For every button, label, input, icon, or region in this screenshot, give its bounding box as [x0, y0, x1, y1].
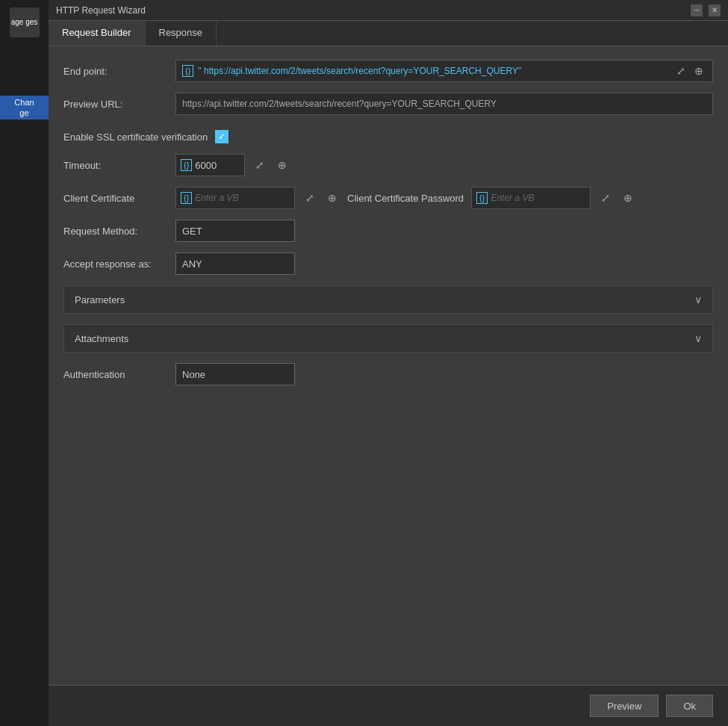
timeout-expand-button[interactable]: ⤢ [252, 158, 267, 173]
tab-response[interactable]: Response [146, 21, 217, 46]
endpoint-field[interactable]: {} " https://api.twitter.com/2/tweets/se… [175, 60, 713, 82]
cert-placeholder: Enter a VB [195, 193, 238, 203]
endpoint-add-button[interactable]: ⊕ [691, 63, 706, 78]
cert-password-expand-button[interactable]: ⤢ [598, 190, 613, 205]
minimize-button[interactable]: ─ [691, 4, 703, 16]
timeout-input[interactable] [195, 160, 240, 171]
cert-password-placeholder: Enter a VB [491, 193, 534, 203]
left-panel-icon1[interactable]: age ges [10, 7, 40, 37]
cert-password-label: Client Certificate Password [347, 193, 464, 204]
request-method-label: Request Method: [63, 226, 168, 237]
ok-button[interactable]: Ok [666, 695, 713, 717]
parameters-chevron-icon: ∨ [694, 294, 702, 305]
cert-row: Client Certificate {} Enter a VB ⤢ ⊕ Cli… [63, 187, 713, 209]
preview-url-row: Preview URL: https://api.twitter.com/2/t… [63, 93, 713, 115]
dialog-title: HTTP Request Wizard [56, 5, 146, 16]
endpoint-badge: {} [182, 65, 193, 77]
accept-response-label: Accept response as: [63, 258, 168, 270]
attachments-section-header[interactable]: Attachments ∨ [63, 324, 713, 353]
parameters-section-header[interactable]: Parameters ∨ [63, 285, 713, 314]
title-bar: HTTP Request Wizard ─ ✕ [49, 0, 728, 21]
endpoint-label: End point: [63, 66, 168, 77]
cert-add-button[interactable]: ⊕ [325, 190, 340, 205]
accept-response-row: Accept response as: ANY JSON XML TEXT [63, 252, 713, 275]
title-bar-controls: ─ ✕ [691, 4, 721, 16]
cert-label: Client Certificate [63, 193, 168, 204]
checkmark-icon: ✓ [218, 131, 225, 142]
cert-field[interactable]: {} Enter a VB [175, 187, 295, 209]
endpoint-value: " https://api.twitter.com/2/tweets/searc… [198, 66, 669, 76]
change-button[interactable]: Chan ge [0, 96, 49, 120]
timeout-row: Timeout: {} ⤢ ⊕ [63, 154, 713, 176]
ssl-checkbox[interactable]: ✓ [215, 130, 228, 143]
tab-bar: Request Builder Response [49, 21, 728, 46]
timeout-badge: {} [181, 159, 192, 171]
preview-url-field: https://api.twitter.com/2/tweets/search/… [175, 93, 713, 115]
cert-password-field[interactable]: {} Enter a VB [471, 187, 591, 209]
form-content: End point: {} " https://api.twitter.com/… [49, 46, 728, 685]
close-button[interactable]: ✕ [709, 4, 721, 16]
cert-password-add-button[interactable]: ⊕ [620, 190, 635, 205]
timeout-field[interactable]: {} [175, 154, 245, 176]
attachments-chevron-icon: ∨ [694, 332, 702, 344]
parameters-label: Parameters [75, 294, 125, 305]
tab-request-builder[interactable]: Request Builder [49, 21, 146, 46]
bottom-bar: Preview Ok [49, 685, 728, 726]
timeout-add-button[interactable]: ⊕ [275, 158, 290, 173]
endpoint-row: End point: {} " https://api.twitter.com/… [63, 60, 713, 82]
main-dialog: HTTP Request Wizard ─ ✕ Request Builder … [49, 0, 728, 726]
cert-badge: {} [181, 192, 192, 204]
request-method-select[interactable]: GET POST PUT DELETE PATCH [175, 220, 295, 242]
preview-url-label: Preview URL: [63, 99, 168, 110]
authentication-row: Authentication None Basic OAuth 1.0 OAut… [63, 363, 713, 385]
preview-button[interactable]: Preview [590, 695, 659, 717]
timeout-label: Timeout: [63, 160, 168, 171]
left-panel-icon1-text: age ges [11, 18, 38, 27]
ssl-label: Enable SSL certificate verification [63, 131, 208, 143]
request-method-row: Request Method: GET POST PUT DELETE PATC… [63, 220, 713, 242]
authentication-select[interactable]: None Basic OAuth 1.0 OAuth 2.0 Bearer To… [175, 363, 295, 385]
attachments-label: Attachments [75, 333, 128, 344]
endpoint-actions: ⤢ ⊕ [673, 63, 706, 78]
accept-response-select[interactable]: ANY JSON XML TEXT [175, 252, 295, 275]
preview-url-value: https://api.twitter.com/2/tweets/search/… [182, 99, 497, 109]
endpoint-expand-button[interactable]: ⤢ [673, 63, 688, 78]
ssl-row: Enable SSL certificate verification ✓ [63, 130, 713, 143]
cert-expand-button[interactable]: ⤢ [302, 190, 317, 205]
cert-password-badge: {} [476, 192, 488, 204]
authentication-label: Authentication [63, 369, 168, 380]
